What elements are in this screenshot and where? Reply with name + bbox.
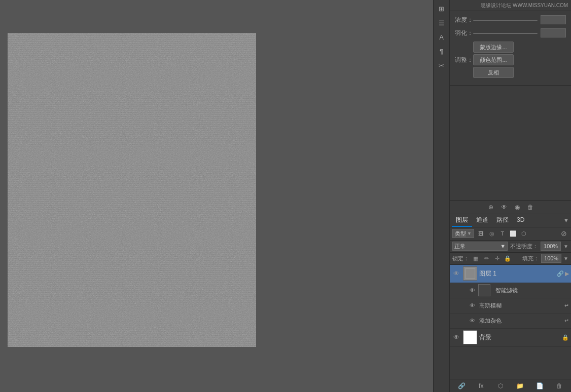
blend-mode-arrow: ▼ bbox=[500, 243, 506, 249]
canvas-area bbox=[0, 0, 433, 392]
sub-layer-noise[interactable]: 👁 添加杂色 ↵ bbox=[450, 313, 571, 329]
filter-icon-image[interactable]: 🖼 bbox=[477, 229, 486, 238]
tool-btn-type[interactable]: A bbox=[435, 30, 448, 44]
lock-icon-lock[interactable]: 🔒 bbox=[503, 254, 512, 263]
concentration-track bbox=[473, 20, 538, 21]
noise-icon: ↵ bbox=[564, 318, 569, 324]
refine-edge-button[interactable]: 蒙版边缘... bbox=[473, 42, 514, 53]
lock-label: 锁定： bbox=[452, 255, 469, 262]
noise-visibility[interactable]: 👁 bbox=[468, 317, 476, 325]
filter-type-arrow: ▼ bbox=[467, 231, 472, 236]
layer-item-1[interactable]: 👁 图层 1 🔗 ▶ bbox=[450, 265, 571, 283]
opacity-arrow[interactable]: ▼ bbox=[563, 244, 568, 249]
feather-label: 羽化： bbox=[455, 29, 473, 37]
feather-row: 羽化： bbox=[455, 28, 566, 37]
background-thumbnail bbox=[463, 330, 477, 344]
concentration-label: 浓度： bbox=[455, 16, 473, 24]
panel-icons-row: ⊕ 👁 ◉ 🗑 bbox=[450, 200, 571, 214]
smart-filter-name: 智能滤镜 bbox=[495, 287, 569, 294]
blend-opacity-row: 正常 ▼ 不透明度： 100% ▼ bbox=[450, 241, 571, 253]
concentration-value[interactable] bbox=[541, 15, 566, 24]
layer-filter-row: 类型 ▼ 🖼 ◎ T ⬜ ⬡ ⊘ bbox=[450, 227, 571, 241]
feather-slider bbox=[473, 32, 538, 34]
feather-value[interactable] bbox=[541, 28, 566, 37]
tab-paths[interactable]: 路径 bbox=[492, 214, 513, 227]
background-lock: 🔒 bbox=[562, 334, 569, 341]
layer-item-background[interactable]: 👁 背景 🔒 bbox=[450, 329, 571, 347]
smart-filter-thumb bbox=[478, 284, 490, 296]
gaussian-icon: ↵ bbox=[564, 302, 569, 309]
layer-1-scroll: ▶ bbox=[565, 270, 569, 277]
filter-toggle[interactable]: ⊘ bbox=[559, 229, 568, 238]
new-group-btn[interactable]: 📁 bbox=[515, 381, 525, 390]
concentration-slider bbox=[473, 19, 538, 21]
adjust-row: 调整： 蒙版边缘... 颜色范围... 反相 bbox=[455, 42, 566, 78]
properties-panel: 浓度： 羽化： 调整： 蒙版边缘... 颜色范围... 反相 bbox=[450, 11, 571, 86]
opacity-value[interactable]: 100% bbox=[541, 242, 561, 251]
layers-list: 👁 图层 1 🔗 ▶ 👁 智能滤镜 👁 高斯模糊 ↵ 👁 添加杂色 ↵ bbox=[450, 265, 571, 379]
canvas-document bbox=[8, 33, 256, 347]
fill-value[interactable]: 100% bbox=[541, 254, 561, 263]
tool-btn-scissor[interactable]: ✂ bbox=[435, 59, 448, 72]
concentration-row: 浓度： bbox=[455, 15, 566, 24]
link-layers-btn[interactable]: 🔗 bbox=[456, 381, 467, 390]
adjust-buttons: 蒙版边缘... 颜色范围... 反相 bbox=[473, 42, 514, 78]
panel-icon-eye[interactable]: 👁 bbox=[499, 202, 509, 212]
opacity-label: 不透明度： bbox=[510, 243, 538, 250]
noise-name: 添加杂色 bbox=[479, 317, 564, 325]
layers-tabs: 图层 通道 路径 3D ▼ bbox=[450, 214, 571, 227]
layer-1-link: 🔗 bbox=[557, 270, 564, 277]
lock-icon-brush[interactable]: ✏ bbox=[482, 254, 491, 263]
tool-btn-grid[interactable]: ⊞ bbox=[435, 2, 448, 15]
new-layer-btn[interactable]: 📄 bbox=[534, 381, 545, 390]
filter-type-label: 类型 bbox=[455, 230, 466, 238]
filter-icons: 🖼 ◎ T ⬜ ⬡ bbox=[477, 229, 528, 238]
invert-button[interactable]: 反相 bbox=[473, 67, 514, 78]
sub-layer-gaussian[interactable]: 👁 高斯模糊 ↵ bbox=[450, 298, 571, 313]
color-range-button[interactable]: 颜色范围... bbox=[473, 54, 514, 65]
layers-bottom-row: 🔗 fx ⬡ 📁 📄 🗑 bbox=[450, 379, 571, 392]
blend-mode-label: 正常 bbox=[454, 243, 466, 250]
fill-label: 填充： bbox=[522, 255, 539, 262]
right-toolbar: ⊞ ☰ A ¶ ✂ bbox=[433, 0, 449, 392]
layer-1-name: 图层 1 bbox=[479, 269, 555, 278]
gaussian-visibility[interactable]: 👁 bbox=[468, 301, 476, 309]
filter-type-select[interactable]: 类型 ▼ bbox=[452, 229, 474, 238]
tab-layers[interactable]: 图层 bbox=[452, 214, 472, 227]
tab-channels[interactable]: 通道 bbox=[472, 214, 492, 227]
lock-icons: ▦ ✏ ✛ 🔒 bbox=[471, 254, 512, 263]
tab-3d[interactable]: 3D bbox=[513, 214, 528, 227]
tool-btn-para[interactable]: ¶ bbox=[435, 45, 448, 58]
tab-menu-arrow[interactable]: ▼ bbox=[563, 217, 569, 223]
blend-mode-select[interactable]: 正常 ▼ bbox=[452, 242, 508, 251]
tool-btn-list[interactable]: ☰ bbox=[435, 16, 448, 29]
gaussian-name: 高斯模糊 bbox=[479, 302, 564, 309]
filter-icon-smart[interactable]: ⬡ bbox=[519, 229, 528, 238]
panel-icon-trash[interactable]: 🗑 bbox=[525, 202, 536, 212]
filter-icon-shape[interactable]: ⬜ bbox=[509, 229, 518, 238]
filter-icon-type[interactable]: T bbox=[498, 229, 507, 238]
fill-arrow[interactable]: ▼ bbox=[563, 256, 568, 261]
right-panel: 思缘设计论坛 WWW.MISSYUAN.COM 浓度： 羽化： 调整： 蒙版边缘… bbox=[449, 0, 571, 392]
panel-icon-eye2[interactable]: ◉ bbox=[512, 202, 522, 212]
lock-fill-row: 锁定： ▦ ✏ ✛ 🔒 填充： 100% ▼ bbox=[450, 253, 571, 265]
background-name: 背景 bbox=[479, 333, 560, 342]
lock-icon-checkerboard[interactable]: ▦ bbox=[471, 254, 480, 263]
panel-spacer bbox=[450, 86, 571, 200]
layer-1-visibility[interactable]: 👁 bbox=[452, 269, 461, 278]
panel-icon-add[interactable]: ⊕ bbox=[486, 202, 496, 212]
smart-filter-visibility[interactable]: 👁 bbox=[468, 286, 476, 294]
sub-layer-smart-filter[interactable]: 👁 智能滤镜 bbox=[450, 283, 571, 298]
feather-track bbox=[473, 33, 538, 34]
add-mask-btn[interactable]: ⬡ bbox=[495, 381, 506, 390]
delete-layer-btn[interactable]: 🗑 bbox=[554, 381, 564, 390]
adjust-label: 调整： bbox=[455, 56, 473, 64]
watermark-bar: 思缘设计论坛 WWW.MISSYUAN.COM bbox=[450, 0, 571, 11]
watermark-text: 思缘设计论坛 WWW.MISSYUAN.COM bbox=[481, 2, 568, 9]
add-style-btn[interactable]: fx bbox=[476, 381, 486, 390]
lock-icon-move[interactable]: ✛ bbox=[492, 254, 502, 263]
layer-1-thumbnail bbox=[463, 266, 477, 281]
background-visibility[interactable]: 👁 bbox=[452, 333, 461, 342]
filter-icon-adjust[interactable]: ◎ bbox=[487, 229, 496, 238]
